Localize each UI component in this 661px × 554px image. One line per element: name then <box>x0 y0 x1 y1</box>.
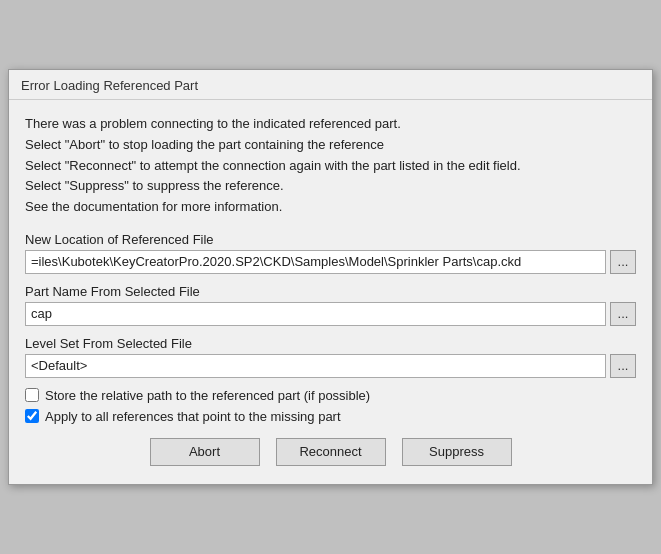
reconnect-button[interactable]: Reconnect <box>276 438 386 466</box>
button-row: Abort Reconnect Suppress <box>25 438 636 470</box>
dialog-title: Error Loading Referenced Part <box>21 78 198 93</box>
dialog-body: There was a problem connecting to the in… <box>9 100 652 484</box>
part-name-section: Part Name From Selected File ... <box>25 284 636 326</box>
message-section: There was a problem connecting to the in… <box>25 114 636 218</box>
level-set-row: ... <box>25 354 636 378</box>
apply-to-all-checkbox[interactable] <box>25 409 39 423</box>
new-location-label: New Location of Referenced File <box>25 232 636 247</box>
message-line-2: Select "Abort" to stop loading the part … <box>25 135 636 156</box>
level-set-browse-button[interactable]: ... <box>610 354 636 378</box>
level-set-label: Level Set From Selected File <box>25 336 636 351</box>
new-location-row: ... <box>25 250 636 274</box>
abort-button[interactable]: Abort <box>150 438 260 466</box>
part-name-browse-button[interactable]: ... <box>610 302 636 326</box>
error-dialog: Error Loading Referenced Part There was … <box>8 69 653 485</box>
new-location-input[interactable] <box>25 250 606 274</box>
new-location-section: New Location of Referenced File ... <box>25 232 636 274</box>
level-set-section: Level Set From Selected File ... <box>25 336 636 378</box>
new-location-browse-button[interactable]: ... <box>610 250 636 274</box>
message-line-3: Select "Reconnect" to attempt the connec… <box>25 156 636 177</box>
part-name-label: Part Name From Selected File <box>25 284 636 299</box>
store-relative-row: Store the relative path to the reference… <box>25 388 636 403</box>
store-relative-label[interactable]: Store the relative path to the reference… <box>45 388 370 403</box>
level-set-input[interactable] <box>25 354 606 378</box>
title-bar: Error Loading Referenced Part <box>9 70 652 100</box>
part-name-row: ... <box>25 302 636 326</box>
apply-to-all-label[interactable]: Apply to all references that point to th… <box>45 409 341 424</box>
message-line-5: See the documentation for more informati… <box>25 197 636 218</box>
message-line-1: There was a problem connecting to the in… <box>25 114 636 135</box>
suppress-button[interactable]: Suppress <box>402 438 512 466</box>
store-relative-checkbox[interactable] <box>25 388 39 402</box>
apply-to-all-row: Apply to all references that point to th… <box>25 409 636 424</box>
message-line-4: Select "Suppress" to suppress the refere… <box>25 176 636 197</box>
part-name-input[interactable] <box>25 302 606 326</box>
